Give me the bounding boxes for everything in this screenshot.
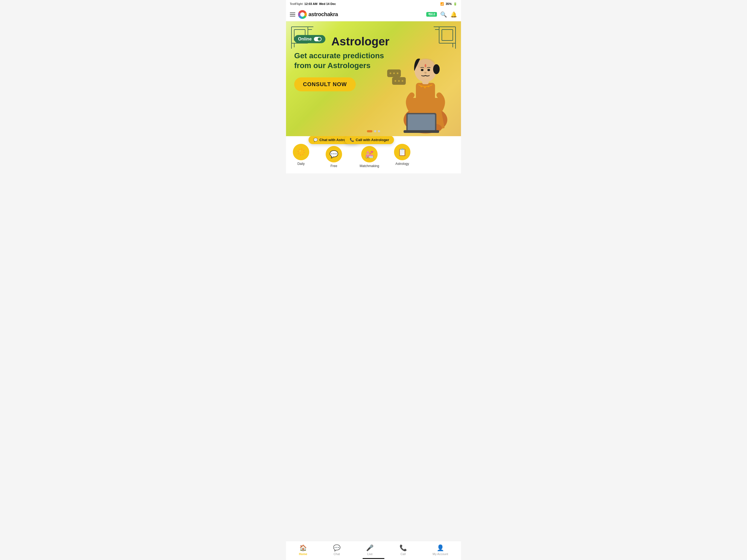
svg-point-32 xyxy=(420,85,422,87)
chat-label: Free xyxy=(331,164,337,168)
chat-bubble-icon: 💬 xyxy=(313,138,318,142)
svg-point-27 xyxy=(433,64,440,74)
status-date: Wed 14 Dec xyxy=(319,2,336,5)
logo-text: astrochakra xyxy=(308,11,338,18)
quick-access-row: ☀️ Daily 💬 Chat with Astrologer 💬 Free 📞… xyxy=(286,136,461,173)
svg-point-29 xyxy=(428,69,430,71)
daily-icon: ☀️ xyxy=(297,148,305,156)
dot-1[interactable] xyxy=(367,130,372,132)
hero-subtitle: Get accurate predictions from our Astrol… xyxy=(294,51,384,71)
svg-rect-37 xyxy=(404,130,439,133)
svg-point-34 xyxy=(428,85,429,87)
call-with-astrologer-bubble[interactable]: 📞 Call with Astrologer xyxy=(345,136,394,144)
nav-right: ₹50.0 🔍 🔔 xyxy=(426,11,457,18)
testflight-label: TestFlight xyxy=(290,2,303,5)
astrology-label: Astrology xyxy=(395,162,409,166)
status-bar: TestFlight 12:03 AM Wed 14 Dec 📶 35% 🔋 xyxy=(286,0,461,8)
wallet-badge[interactable]: ₹50.0 xyxy=(426,12,437,17)
matchmaking-label: Matchmaking xyxy=(360,164,379,168)
astrology-icon-circle: 📋 xyxy=(394,144,410,160)
logo-circle xyxy=(298,10,307,19)
call-bubble-icon: 📞 xyxy=(350,138,354,142)
wifi-icon: 📶 xyxy=(440,2,444,6)
logo-area[interactable]: astrochakra xyxy=(298,10,338,19)
svg-point-33 xyxy=(424,87,426,88)
bell-icon[interactable]: 🔔 xyxy=(450,11,457,18)
svg-rect-36 xyxy=(408,114,435,131)
svg-point-28 xyxy=(421,69,423,71)
logo-inner xyxy=(300,12,305,17)
online-toggle[interactable] xyxy=(314,37,321,41)
battery-level: 35% xyxy=(446,2,452,5)
astrologer-illustration xyxy=(390,43,461,136)
svg-point-30 xyxy=(424,72,427,74)
daily-label: Daily xyxy=(298,162,305,166)
matchmaking-icon-circle: 💒 xyxy=(361,146,378,162)
top-nav: astrochakra ₹50.0 🔍 🔔 xyxy=(286,8,461,21)
search-icon[interactable]: 🔍 xyxy=(440,11,447,18)
consult-now-button[interactable]: CONSULT NOW xyxy=(294,77,356,91)
quick-item-chat[interactable]: 💬 Chat with Astrologer 💬 Free xyxy=(316,139,352,170)
menu-button[interactable] xyxy=(290,12,295,17)
pagination-dots xyxy=(367,130,380,132)
chat-icon: 💬 xyxy=(330,150,338,159)
astrology-icon: 📋 xyxy=(398,148,407,156)
matchmaking-icon: 💒 xyxy=(365,150,374,159)
svg-point-31 xyxy=(424,64,426,67)
online-badge: Online xyxy=(294,35,325,43)
battery-icon: 🔋 xyxy=(453,2,457,6)
quick-item-matchmaking[interactable]: 📞 Call with Astrologer 💒 Matchmaking xyxy=(352,139,387,170)
online-badge-text: Online xyxy=(298,36,312,42)
page-content: Online Astrologer Get accurate predictio… xyxy=(286,21,461,195)
daily-icon-circle: ☀️ xyxy=(293,144,309,160)
quick-item-astrology[interactable]: 📋 Astrology xyxy=(387,142,417,168)
status-time: 12:03 AM xyxy=(304,2,317,5)
nav-left: astrochakra xyxy=(290,10,338,19)
hero-banner: Online Astrologer Get accurate predictio… xyxy=(286,21,461,136)
dot-2[interactable] xyxy=(374,130,376,132)
status-right: 📶 35% 🔋 xyxy=(440,2,457,6)
hero-main-title: Astrologer xyxy=(331,35,389,48)
status-left: TestFlight 12:03 AM Wed 14 Dec xyxy=(290,2,336,5)
dot-3[interactable] xyxy=(378,130,380,132)
chat-icon-circle: 💬 xyxy=(326,146,342,162)
call-bubble-text: Call with Astrologer xyxy=(356,138,389,142)
quick-item-daily[interactable]: ☀️ Daily xyxy=(286,142,316,168)
